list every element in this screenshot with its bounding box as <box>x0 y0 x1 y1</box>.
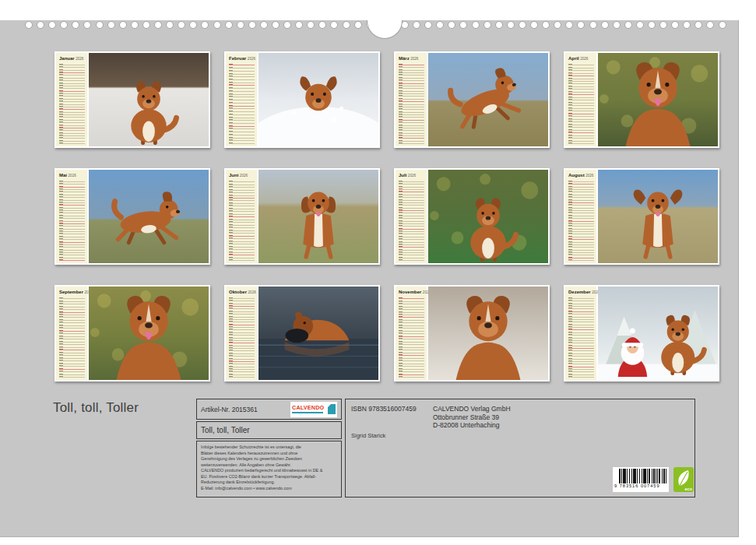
date-lines <box>399 180 424 261</box>
month-label: September2026 <box>59 290 85 295</box>
dog-photo-illustration <box>89 53 209 146</box>
month-label: Januar2026 <box>59 56 85 62</box>
binding-hole <box>554 21 561 29</box>
binding-hole <box>636 21 644 29</box>
publisher-address: CALVENDO Verlag GmbHOttobrunner Straße 3… <box>433 405 511 430</box>
binding-hole <box>659 21 667 29</box>
mini-calendar-mai: Mai2026 <box>55 168 210 265</box>
binding-hole <box>119 21 127 29</box>
mini-calendar-oktober: Oktober2026 <box>224 285 380 382</box>
dog-photo-illustration <box>428 170 548 263</box>
date-lines <box>399 63 424 144</box>
date-list: Juli2026 <box>396 170 427 263</box>
eco-label: eco <box>685 487 692 491</box>
author-name: Sigrid Starick <box>351 432 385 439</box>
mini-calendar-november: November2026 <box>394 285 550 382</box>
month-label: Mai2026 <box>59 173 85 178</box>
date-lines <box>229 297 255 378</box>
date-list: August2026 <box>565 170 596 263</box>
binding-hole <box>178 21 185 29</box>
month-label: Dezember2026 <box>568 290 594 295</box>
barcode-digits: 9 783516 007459 <box>614 483 667 488</box>
binding-hole <box>472 21 480 29</box>
binding-hole <box>25 21 33 29</box>
dog-photo <box>89 53 209 146</box>
dog-photo <box>258 170 378 263</box>
date-lines <box>59 180 85 261</box>
mini-calendar-januar: Januar2026 <box>55 51 210 148</box>
binding-hole <box>154 21 162 29</box>
dog-photo-illustration <box>598 170 718 263</box>
binding-hole <box>436 21 444 29</box>
binding-hole <box>448 21 455 29</box>
dog-photo <box>89 170 209 263</box>
mini-calendar-september: September2026 <box>55 285 210 382</box>
binding-hole <box>601 21 609 29</box>
eco-badge: eco <box>673 467 694 492</box>
dog-photo <box>89 287 209 380</box>
month-label: Februar2026 <box>229 56 255 62</box>
dog-photo-illustration <box>428 53 548 146</box>
date-lines <box>59 63 85 144</box>
publisher-box: ISBN 9783516007459 CALVENDO Verlag GmbHO… <box>345 399 695 498</box>
date-lines <box>568 297 594 378</box>
binding-hole <box>248 21 256 29</box>
calvendo-logo-textblock: CALVENDO <box>292 405 326 413</box>
binding-hole <box>225 21 233 29</box>
date-list: November2026 <box>396 287 427 380</box>
binding-hole <box>201 21 209 29</box>
binding-hole <box>107 21 115 29</box>
month-label: Juli2026 <box>399 173 424 178</box>
dog-photo-illustration <box>598 53 718 146</box>
legal-box: Infolge bestehender Schutzrechte ist es … <box>196 441 342 498</box>
binding-hole <box>72 21 79 29</box>
binding-hole <box>354 21 362 29</box>
date-lines <box>399 297 424 378</box>
binding-hole <box>577 21 585 29</box>
binding-hole <box>343 21 350 29</box>
binding-hole <box>413 21 420 29</box>
binding-hole <box>131 21 139 29</box>
dog-photo-illustration <box>258 287 378 380</box>
date-list: April2026 <box>565 53 596 146</box>
binding-hole <box>519 21 526 29</box>
artikel-number: Artikel-Nr. 2015361 <box>201 406 258 413</box>
binding-hole <box>142 21 150 29</box>
date-list: Oktober2026 <box>226 287 257 380</box>
month-label: April2026 <box>568 56 594 62</box>
dog-photo <box>258 287 378 380</box>
binding-hole <box>96 21 104 29</box>
binding-hole <box>48 21 56 29</box>
date-lines <box>568 180 594 261</box>
dog-photo <box>428 53 548 146</box>
date-lines <box>229 180 255 261</box>
binding-hole <box>589 21 597 29</box>
binding-hole <box>542 21 550 29</box>
date-list: Januar2026 <box>56 53 87 146</box>
binding-hole <box>530 21 538 29</box>
binding-hole <box>565 21 573 29</box>
legal-text: Infolge bestehender Schutzrechte ist es … <box>201 445 337 492</box>
binding-hole <box>60 21 68 29</box>
month-label: Juni2026 <box>229 173 255 178</box>
binding-hole <box>495 21 503 29</box>
calendar-page-icon <box>328 404 336 414</box>
binding-hole <box>483 21 491 29</box>
barcode-bars <box>619 469 667 483</box>
binding-hole <box>613 21 621 29</box>
dog-photo <box>428 170 548 263</box>
dog-photo-illustration <box>258 53 378 146</box>
calendar-title: Toll, toll, Toller <box>53 400 139 416</box>
artikel-box: Artikel-Nr. 2015361 CALVENDO <box>196 399 342 420</box>
binding-hole <box>706 21 714 29</box>
date-lines <box>59 297 85 378</box>
binding-hole <box>83 21 91 29</box>
mini-calendar-august: August2026 <box>564 168 719 265</box>
dog-photo-illustration <box>598 287 718 380</box>
barcode: 9 783516 007459 <box>613 467 669 492</box>
binding-hole <box>507 21 515 29</box>
date-list: September2026 <box>56 287 87 380</box>
calvendo-logo: CALVENDO <box>290 402 337 417</box>
date-list: Februar2026 <box>226 53 257 146</box>
mini-calendar-dezember: Dezember2026 <box>564 285 719 382</box>
